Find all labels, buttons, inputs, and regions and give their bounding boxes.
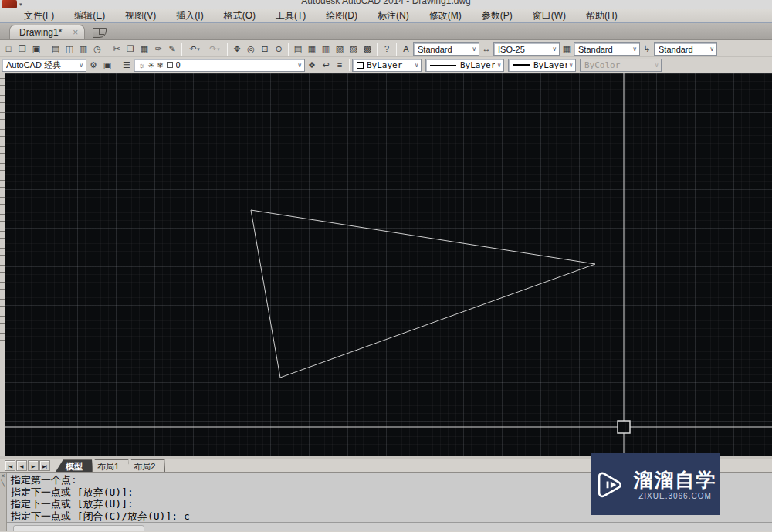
title-bar: ▾ Autodesk AutoCAD 2014 - Drawing1.dwg — [0, 0, 772, 9]
layer-freeze-icon[interactable]: ❄ — [157, 61, 163, 69]
tab-layout2[interactable]: 布局2 — [124, 459, 165, 472]
help-icon[interactable]: ? — [380, 42, 394, 56]
chevron-down-icon: ∨ — [412, 62, 418, 69]
prev-tab-button[interactable]: ◀ — [16, 460, 27, 471]
tab-label: Drawing1* — [19, 27, 62, 38]
page-curl-icon[interactable] — [93, 28, 107, 38]
tab-layout1[interactable]: 布局1 — [87, 459, 129, 472]
watermark-overlay: 溜溜自学 ZIXUE.3066.COM — [591, 453, 720, 515]
lineweight-sample — [513, 64, 530, 66]
lineweight-select[interactable]: ByLayer∨ — [508, 59, 576, 72]
standard-toolbar: □❒▣ ▤◫▥◷ ✂❐▦✑✎ ↶↷ ✥◎⊡⊙ ▤▦▥▧▨▩ ? A Standa… — [0, 42, 772, 57]
tab-close-icon[interactable]: × — [73, 29, 78, 36]
menu-help[interactable]: 帮助(H) — [576, 9, 628, 22]
plot-icon[interactable]: ▤ — [49, 42, 63, 56]
zoom-window-icon[interactable]: ⊡ — [258, 42, 272, 56]
canvas-drawing — [0, 73, 772, 456]
paste-icon[interactable]: ▦ — [137, 42, 151, 56]
mleader-style-select[interactable]: Standard∨ — [654, 42, 717, 56]
redo-icon[interactable]: ↷ — [205, 42, 225, 56]
tool-palettes-icon[interactable]: ▥ — [319, 42, 333, 56]
chevron-down-icon: ∨ — [76, 62, 83, 69]
open-file-icon[interactable]: ❒ — [15, 42, 29, 56]
text-style-select[interactable]: Standard∨ — [413, 42, 479, 56]
menu-file[interactable]: 文件(F) — [14, 9, 64, 22]
menu-window[interactable]: 窗口(W) — [523, 9, 576, 22]
last-tab-button[interactable]: ▶| — [39, 460, 50, 471]
menu-draw[interactable]: 绘图(D) — [316, 9, 367, 22]
sheet-set-manager-icon[interactable]: ▧ — [333, 42, 347, 56]
chevron-down-icon: ∨ — [707, 46, 714, 53]
triangle-polyline — [251, 210, 595, 378]
dim-style-select[interactable]: ISO-25∨ — [493, 42, 560, 56]
markup-set-manager-icon[interactable]: ▨ — [347, 42, 361, 56]
pickbox-cursor — [618, 421, 630, 433]
drawing-canvas[interactable] — [0, 73, 772, 456]
menu-tools[interactable]: 工具(T) — [266, 9, 316, 22]
plot-style-select: ByColor∨ — [580, 59, 662, 72]
layer-previous-icon[interactable]: ↩ — [319, 58, 333, 72]
workspace-settings-icon[interactable]: ⚙ — [86, 58, 100, 72]
chevron-down-icon: ∨ — [295, 62, 302, 69]
chevron-down-icon: ∨ — [469, 46, 476, 53]
draw-toolbar-clipped[interactable] — [0, 73, 5, 456]
menu-format[interactable]: 格式(O) — [214, 9, 266, 22]
table-style-icon[interactable]: ▦ — [560, 42, 574, 56]
chevron-down-icon: ∨ — [652, 62, 659, 69]
current-layer-name: 0 — [176, 60, 296, 69]
edit-block-icon[interactable]: ✎ — [165, 42, 179, 56]
cut-icon[interactable]: ✂ — [110, 42, 124, 56]
copy-icon[interactable]: ❐ — [124, 42, 137, 56]
menu-parametric[interactable]: 参数(P) — [472, 9, 523, 22]
menu-view[interactable]: 视图(V) — [115, 9, 166, 22]
layers-properties-toolbar: AutoCAD 经典∨ ⚙ ▣ ☰ ☼ ☀ ❄ 0 ∨ ❖ ↩ ≡ ByLaye… — [0, 57, 772, 73]
zoom-realtime-icon[interactable]: ◎ — [244, 42, 258, 56]
linetype-select[interactable]: ByLayer∨ — [425, 59, 504, 72]
command-input-row[interactable] — [7, 522, 772, 531]
play-logo-icon — [594, 468, 626, 500]
match-properties-icon[interactable]: ✑ — [151, 42, 165, 56]
web-publish-icon[interactable]: ◷ — [90, 42, 104, 56]
table-style-select[interactable]: Standard∨ — [574, 42, 640, 56]
next-tab-button[interactable]: ▶ — [28, 460, 39, 471]
quickcalc-icon[interactable]: ▩ — [361, 42, 374, 56]
menu-modify[interactable]: 修改(M) — [419, 9, 472, 22]
menu-insert[interactable]: 插入(I) — [166, 9, 213, 22]
linetype-sample — [430, 65, 456, 66]
make-layer-current-icon[interactable]: ❖ — [305, 58, 319, 72]
menu-dimension[interactable]: 标注(N) — [367, 9, 419, 22]
color-select[interactable]: ByLayer∨ — [352, 59, 422, 72]
workspace-save-icon[interactable]: ▣ — [100, 58, 114, 72]
autocad-window: ▾ Autodesk AutoCAD 2014 - Drawing1.dwg 文… — [0, 0, 772, 532]
layer-states-icon[interactable]: ≡ — [333, 58, 347, 72]
undo-icon[interactable]: ↶ — [185, 42, 205, 56]
command-window-grip[interactable]: ×╲ — [0, 473, 7, 531]
color-swatch — [357, 62, 364, 69]
pan-icon[interactable]: ✥ — [230, 42, 244, 56]
layer-properties-manager-icon[interactable]: ☰ — [120, 58, 134, 72]
text-style-icon[interactable]: A — [399, 42, 413, 56]
layer-thaw-sun-icon[interactable]: ☀ — [147, 61, 154, 69]
save-icon[interactable]: ▣ — [29, 42, 43, 56]
document-tab-bar: Drawing1* × — [0, 23, 772, 39]
menu-bar: 文件(F) 编辑(E) 视图(V) 插入(I) 格式(O) 工具(T) 绘图(D… — [0, 9, 772, 23]
workspace-select[interactable]: AutoCAD 经典∨ — [2, 59, 86, 72]
tab-drawing1[interactable]: Drawing1* × — [9, 25, 85, 39]
layer-select[interactable]: ☼ ☀ ❄ 0 ∨ — [134, 59, 305, 72]
command-input[interactable] — [13, 525, 144, 531]
first-tab-button[interactable]: |◀ — [5, 460, 15, 471]
properties-palette-icon[interactable]: ▤ — [291, 42, 305, 56]
menu-edit[interactable]: 编辑(E) — [64, 9, 115, 22]
tab-model[interactable]: 模型 — [56, 459, 93, 472]
dim-style-icon[interactable]: ↔ — [479, 42, 493, 56]
plot-preview-icon[interactable]: ◫ — [63, 42, 76, 56]
watermark-url: ZIXUE.3066.COM — [638, 492, 712, 500]
mleader-style-icon[interactable]: ↳ — [640, 42, 654, 56]
layer-color-swatch[interactable] — [167, 62, 173, 68]
designcenter-icon[interactable]: ▦ — [305, 42, 319, 56]
chevron-down-icon: ∨ — [567, 62, 573, 69]
new-file-icon[interactable]: □ — [2, 42, 15, 56]
layer-on-bulb-icon[interactable]: ☼ — [138, 61, 145, 69]
zoom-previous-icon[interactable]: ⊙ — [272, 42, 286, 56]
publish-icon[interactable]: ▥ — [76, 42, 90, 56]
